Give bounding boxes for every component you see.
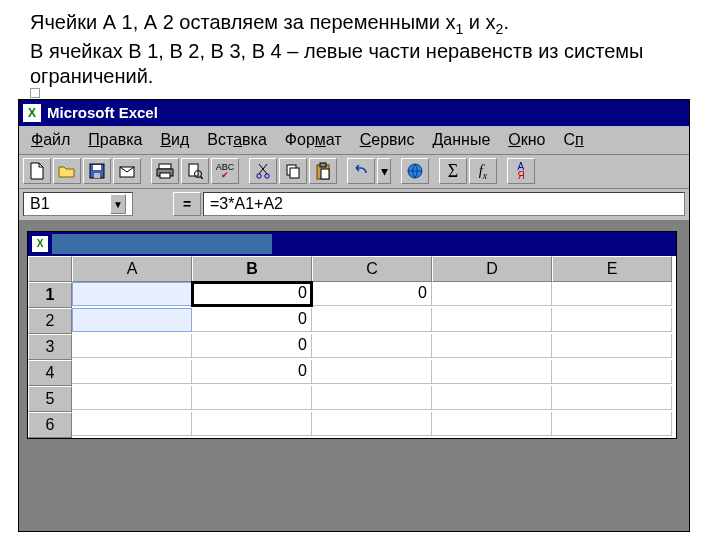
hyperlink-icon[interactable]: [401, 158, 429, 184]
paste-icon[interactable]: [309, 158, 337, 184]
excel-window: X Microsoft Excel ФайлПравкаВидВставкаФо…: [18, 99, 690, 532]
slide-marker: [30, 88, 40, 98]
cell-C1[interactable]: 0: [312, 282, 432, 306]
workspace: X ABCDE10020304056: [19, 221, 689, 531]
svg-rect-2: [94, 173, 100, 178]
svg-rect-7: [189, 164, 198, 176]
cell-C4[interactable]: [312, 360, 432, 384]
cell-B3[interactable]: 0: [192, 334, 312, 358]
col-header-B[interactable]: B: [192, 256, 312, 282]
cell-C6[interactable]: [312, 412, 432, 436]
svg-rect-1: [93, 165, 101, 170]
cell-A6[interactable]: [72, 412, 192, 436]
undo-dropdown-icon[interactable]: ▾: [377, 158, 391, 184]
select-all-corner[interactable]: [28, 256, 72, 282]
name-box-dropdown-icon[interactable]: ▼: [110, 194, 126, 214]
workbook-titlebar: X: [28, 232, 676, 256]
open-file-icon[interactable]: [53, 158, 81, 184]
menu-д[interactable]: Данные: [424, 129, 498, 151]
svg-rect-16: [321, 169, 329, 179]
cell-D5[interactable]: [432, 386, 552, 410]
cell-A5[interactable]: [72, 386, 192, 410]
cell-D1[interactable]: [432, 282, 552, 306]
formula-equals-button[interactable]: =: [173, 192, 201, 216]
cell-A4[interactable]: [72, 360, 192, 384]
copy-icon[interactable]: [279, 158, 307, 184]
autosum-icon[interactable]: Σ: [439, 158, 467, 184]
workbook-window: X ABCDE10020304056: [27, 231, 677, 439]
cell-E5[interactable]: [552, 386, 672, 410]
cell-E3[interactable]: [552, 334, 672, 358]
cut-icon[interactable]: [249, 158, 277, 184]
workbook-name-area: [52, 234, 272, 254]
mail-icon[interactable]: [113, 158, 141, 184]
menu-п[interactable]: Правка: [80, 129, 150, 151]
cell-C3[interactable]: [312, 334, 432, 358]
formula-value: =3*A1+A2: [210, 195, 283, 213]
cell-E4[interactable]: [552, 360, 672, 384]
menu-формат[interactable]: Формат: [277, 129, 350, 151]
menu-с[interactable]: Сервис: [352, 129, 423, 151]
col-header-A[interactable]: A: [72, 256, 192, 282]
titlebar: X Microsoft Excel: [19, 100, 689, 126]
cell-A3[interactable]: [72, 334, 192, 358]
svg-rect-13: [290, 168, 299, 178]
cell-E1[interactable]: [552, 282, 672, 306]
cell-D2[interactable]: [432, 308, 552, 332]
name-box[interactable]: B1 ▼: [23, 192, 133, 216]
new-file-icon[interactable]: [23, 158, 51, 184]
svg-point-10: [257, 174, 261, 178]
menu-сп[interactable]: Сп: [555, 129, 591, 151]
cell-B6[interactable]: [192, 412, 312, 436]
cell-E6[interactable]: [552, 412, 672, 436]
menu-вставка[interactable]: Вставка: [199, 129, 274, 151]
cell-A1[interactable]: [72, 282, 192, 306]
cell-D3[interactable]: [432, 334, 552, 358]
row-header-3[interactable]: 3: [28, 334, 72, 360]
cell-D4[interactable]: [432, 360, 552, 384]
col-header-C[interactable]: C: [312, 256, 432, 282]
formula-input[interactable]: =3*A1+A2: [203, 192, 685, 216]
row-header-4[interactable]: 4: [28, 360, 72, 386]
cell-E2[interactable]: [552, 308, 672, 332]
svg-rect-6: [160, 173, 170, 178]
cell-C5[interactable]: [312, 386, 432, 410]
menu-в[interactable]: Вид: [152, 129, 197, 151]
cell-B2[interactable]: 0: [192, 308, 312, 332]
col-header-D[interactable]: D: [432, 256, 552, 282]
print-icon[interactable]: [151, 158, 179, 184]
row-header-6[interactable]: 6: [28, 412, 72, 438]
spellcheck-icon[interactable]: ABC✔: [211, 158, 239, 184]
formula-bar: B1 ▼ = =3*A1+A2: [19, 189, 689, 221]
save-icon[interactable]: [83, 158, 111, 184]
cell-C2[interactable]: [312, 308, 432, 332]
toolbar: ABC✔ ▾ Σ fx АЯ: [19, 155, 689, 189]
svg-rect-4: [159, 164, 171, 169]
function-icon[interactable]: fx: [469, 158, 497, 184]
spreadsheet-grid[interactable]: ABCDE10020304056: [28, 256, 676, 438]
slide-instruction-text: Ячейки А 1, А 2 оставляем за переменными…: [0, 0, 720, 97]
sort-asc-icon[interactable]: АЯ: [507, 158, 535, 184]
cell-B1[interactable]: 0: [192, 282, 312, 306]
excel-app-icon[interactable]: X: [23, 104, 41, 122]
svg-line-9: [201, 177, 204, 180]
worksheet-icon[interactable]: X: [32, 236, 48, 252]
row-header-2[interactable]: 2: [28, 308, 72, 334]
svg-rect-15: [320, 163, 326, 167]
menu-ф[interactable]: Файл: [23, 129, 78, 151]
cell-B5[interactable]: [192, 386, 312, 410]
app-title: Microsoft Excel: [47, 104, 158, 121]
menu-о[interactable]: Окно: [500, 129, 553, 151]
menubar: ФайлПравкаВидВставкаФорматСервисДанныеОк…: [19, 126, 689, 155]
undo-icon[interactable]: [347, 158, 375, 184]
print-preview-icon[interactable]: [181, 158, 209, 184]
svg-point-11: [265, 174, 269, 178]
row-header-5[interactable]: 5: [28, 386, 72, 412]
cell-B4[interactable]: 0: [192, 360, 312, 384]
col-header-E[interactable]: E: [552, 256, 672, 282]
row-header-1[interactable]: 1: [28, 282, 72, 308]
name-box-value: B1: [30, 195, 50, 213]
cell-D6[interactable]: [432, 412, 552, 436]
cell-A2[interactable]: [72, 308, 192, 332]
